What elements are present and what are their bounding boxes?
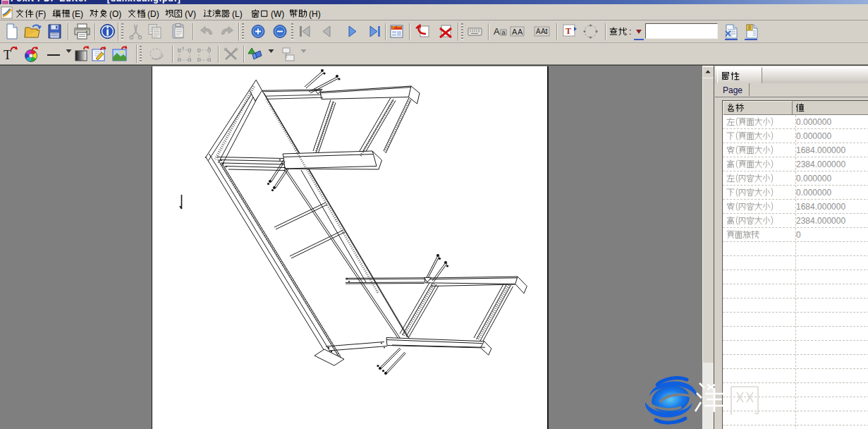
svg-text:A: A	[536, 28, 541, 35]
svg-text:A: A	[541, 28, 546, 35]
svg-text:T: T	[566, 26, 571, 36]
svg-text:T: T	[4, 48, 11, 62]
svg-text:A: A	[494, 26, 500, 37]
svg-text:A: A	[518, 28, 523, 36]
svg-text:A: A	[512, 28, 518, 36]
svg-text:a: a	[502, 29, 506, 36]
